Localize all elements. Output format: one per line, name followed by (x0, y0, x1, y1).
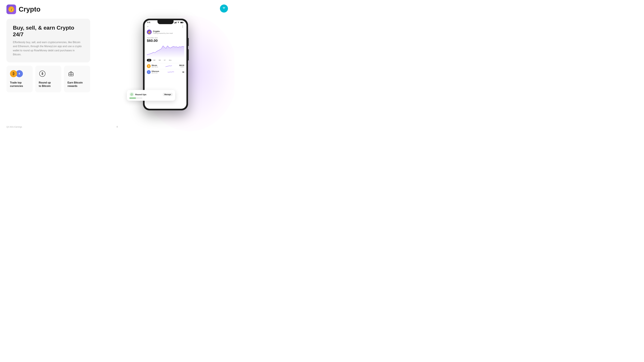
roundup-label: Round upto Bitcoin (39, 81, 58, 88)
ethereum-sub-price: $1,272.29 (152, 72, 159, 74)
bitcoin-info: Bitcoin $30,730.00 (152, 64, 158, 68)
round-ups-card: Round Ups Manage (127, 90, 175, 101)
phone-notch (158, 20, 174, 24)
app-icon-inner: 💰 (8, 6, 14, 12)
left-panel: Buy, sell, & earn Crypto 24/7 Effortless… (6, 19, 90, 110)
dollar-amount: $60.00 (147, 39, 184, 43)
bitcoin-amount: $60.00 (179, 64, 184, 66)
round-ups-title: Round Ups (135, 93, 146, 96)
ethereum-mini-chart (168, 71, 174, 73)
svg-rect-9 (184, 22, 184, 23)
dollar-label: Total dollar value (147, 37, 184, 39)
bitcoin-mini-chart (166, 65, 172, 67)
hero-title: Buy, sell, & earn Crypto 24/7 (13, 24, 84, 38)
svg-rect-8 (180, 22, 183, 23)
wifi-icon (220, 4, 228, 12)
bitcoin-row-left: ₿ Bitcoin $30,730.00 (147, 64, 158, 68)
back-button[interactable]: ← (147, 25, 149, 28)
phone-nav: ← ⋮ (147, 24, 184, 29)
bitcoin-row: ₿ Bitcoin $30,730.00 (147, 63, 184, 69)
bitcoin-icon: ₿ (10, 70, 17, 77)
manage-button[interactable]: Manage (163, 93, 172, 96)
status-icons (174, 22, 184, 23)
round-ups-icon (130, 92, 134, 97)
ethereum-name: Ethereum (152, 70, 159, 72)
bitcoin-row-icon: ₿ (147, 64, 151, 68)
bitcoin-value: $60.00 0 BTC (179, 64, 184, 68)
footer-left: Q3 2021 Earnings (6, 126, 22, 128)
trade-icons: ₿ (10, 70, 29, 77)
svg-point-6 (178, 22, 179, 23)
ethereum-row: Ξ Ethereum $1,272.29 (147, 69, 184, 75)
crypto-app-header: 💰 Crypto Trading powered by Zero Hash (147, 29, 184, 36)
ethereum-row-icon: Ξ (147, 70, 151, 74)
earn-icon (68, 70, 74, 77)
tab-1m[interactable]: 1M (157, 59, 162, 61)
phone-content: ← ⋮ 💰 Crypto Trading powered by Zero Has… (144, 23, 186, 75)
earn-label: Earn Bitcoinrewards (68, 81, 86, 88)
crypto-app-subtitle: Trading powered by Zero Hash (153, 32, 173, 34)
svg-point-0 (224, 8, 224, 9)
status-time: 9:41 (147, 21, 150, 23)
feature-row: ₿ Trade topcurrencies ₿ (6, 66, 90, 92)
ethereum-amount: $0 (182, 71, 184, 73)
feature-card-roundup: ₿ Round upto Bitcoin (35, 66, 62, 92)
dollar-value-section: Total dollar value $60.00 (147, 36, 184, 43)
ethereum-value: $0 (182, 71, 184, 73)
phone-area: 9:41 (94, 19, 228, 110)
crypto-small-icon: 💰 (147, 29, 152, 34)
roundup-icon: ₿ (39, 70, 46, 77)
footer-page: 8 (116, 125, 118, 128)
trade-label: Trade topcurrencies (10, 81, 29, 88)
round-ups-left: Round Ups (130, 92, 146, 97)
time-tabs: 1D 1W 1M 1Y ALL (147, 58, 184, 62)
svg-text:₿: ₿ (42, 72, 43, 75)
progress-bar-fill (130, 98, 136, 98)
tab-1w[interactable]: 1W (152, 59, 157, 61)
coin-list: ₿ Bitcoin $30,730.00 (147, 63, 184, 75)
phone-mockup: 9:41 (143, 19, 188, 110)
tab-1y[interactable]: 1Y (162, 59, 167, 61)
bitcoin-sub-amount: 0 BTC (179, 66, 184, 68)
main-content: Buy, sell, & earn Crypto 24/7 Effortless… (0, 19, 234, 110)
crypto-app-name: Crypto (153, 30, 173, 32)
header: 💰 Crypto (0, 0, 234, 19)
more-button[interactable]: ⋮ (182, 25, 184, 28)
ethereum-info: Ethereum $1,272.29 (152, 70, 159, 74)
bitcoin-name: Bitcoin (152, 64, 158, 66)
progress-bar (130, 98, 142, 98)
hero-card: Buy, sell, & earn Crypto 24/7 Effortless… (6, 19, 90, 62)
app-icon: 💰 (6, 4, 16, 14)
feature-card-trade: ₿ Trade topcurrencies (6, 66, 33, 92)
phone-side-button2 (188, 49, 189, 60)
page-title: Crypto (19, 5, 40, 13)
bitcoin-sub-price: $30,730.00 (152, 66, 158, 68)
round-ups-header: Round Ups Manage (130, 92, 172, 97)
ethereum-row-left: Ξ Ethereum $1,272.29 (147, 70, 159, 74)
tab-all[interactable]: ALL (168, 59, 173, 61)
hero-description: Effortlessly buy, sell, and earn cryptoc… (13, 40, 84, 57)
feature-card-earn: Earn Bitcoinrewards (64, 66, 90, 92)
phone-side-button (188, 38, 189, 46)
price-chart (147, 43, 184, 58)
tab-1d[interactable]: 1D (147, 59, 151, 61)
